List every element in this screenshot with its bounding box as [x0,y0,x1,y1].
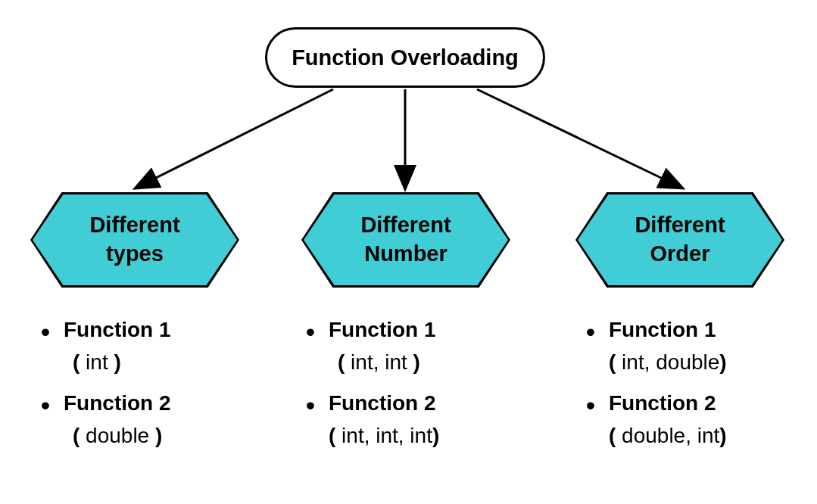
hex-number-line1: Different [360,211,451,240]
fn-name: Function 2 [609,391,716,415]
fn-signature: ( int, int ) [329,346,545,378]
fn-name: Function 1 [609,318,716,341]
root-title: Function Overloading [292,45,519,70]
fn-signature: ( double, int) [609,419,817,452]
fn-signature: ( int, double) [609,346,817,378]
fn-name: Function 2 [64,391,171,415]
fn-name: Function 1 [64,318,171,341]
list-order: Function 1 ( int, double) Function 2 ( d… [583,313,817,460]
list-item: Function 2 ( double ) [38,387,265,453]
list-item: Function 1 ( int, int ) [303,313,545,379]
list-item: Function 2 ( int, int, int) [303,387,545,453]
fn-signature: ( int ) [64,346,265,378]
list-number: Function 1 ( int, int ) Function 2 ( int… [303,313,545,460]
hex-order-line2: Order [650,240,710,269]
hex-number: Different Number [301,192,510,288]
fn-signature: ( double ) [64,419,265,452]
list-item: Function 2 ( double, int) [583,387,817,453]
svg-line-1 [136,89,333,188]
hex-number-line2: Number [364,240,447,269]
root-node: Function Overloading [265,27,545,88]
hex-order: Different Order [575,192,784,288]
fn-name: Function 2 [329,391,436,415]
hex-types-line1: Different [89,211,179,240]
list-item: Function 1 ( int, double) [583,313,817,379]
list-item: Function 1 ( int ) [38,313,265,379]
hex-types: Different types [30,192,239,288]
list-types: Function 1 ( int ) Function 2 ( double ) [38,313,265,460]
hex-order-line1: Different [635,211,725,240]
hex-types-line2: types [106,240,164,269]
fn-name: Function 1 [329,318,436,341]
svg-line-3 [477,89,681,188]
fn-signature: ( int, int, int) [329,419,545,452]
